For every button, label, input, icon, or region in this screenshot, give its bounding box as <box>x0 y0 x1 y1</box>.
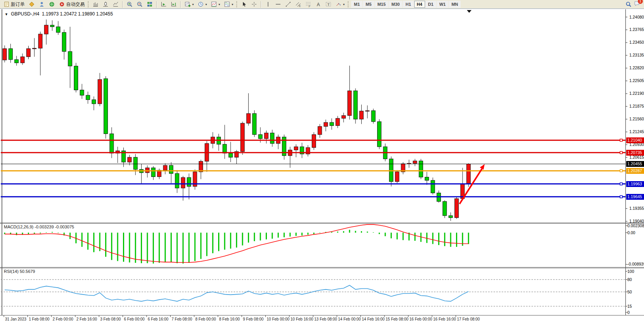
zoom-in-icon <box>126 1 133 7</box>
price-tick-label: 1.22190 <box>629 91 644 96</box>
bull-candle <box>294 147 298 150</box>
time-axis-label: 6 Feb 00:00 <box>124 317 145 321</box>
community-button[interactable] <box>37 0 47 8</box>
market-button[interactable] <box>27 0 37 8</box>
price-badge-1.19963: 1.19963 <box>626 181 644 187</box>
vertical-line-button[interactable] <box>263 0 273 8</box>
price-badge-1.21040: 1.21040 <box>626 137 644 143</box>
time-axis-label: 2 Feb 16:00 <box>77 317 97 321</box>
symbol-dropdown-icon[interactable]: ▼ <box>5 12 8 16</box>
timeframe-w1[interactable]: W1 <box>437 1 449 8</box>
macd-label: MACD(12,26,9) -0.003239 -0.003075 <box>4 225 74 229</box>
price-tick-label: 1.24080 <box>629 15 644 19</box>
bear-candle <box>187 178 191 187</box>
trendline-icon <box>285 1 291 7</box>
timeframe-m30[interactable]: M30 <box>389 1 402 8</box>
new-chart-icon <box>184 1 191 7</box>
time-axis-label: 2 Feb 00:00 <box>53 317 73 321</box>
arrows-button[interactable]: ▾ <box>333 0 347 8</box>
text-label-icon: T <box>325 1 331 7</box>
horizontal-line-button[interactable] <box>273 0 283 8</box>
price-tick-label: 1.21560 <box>629 117 644 121</box>
zoom-out-icon <box>137 1 143 7</box>
chart-shift-button[interactable] <box>169 0 179 8</box>
zoom-out-button[interactable] <box>135 0 145 8</box>
text-button[interactable]: A <box>313 0 323 8</box>
bull-candle <box>312 135 316 148</box>
price-badge-1.20287: 1.20287 <box>626 168 644 174</box>
bull-candle <box>318 127 322 135</box>
time-axis-label: 15 Feb 08:00 <box>386 317 408 321</box>
toolbar-separator <box>180 1 181 8</box>
bear-candle <box>270 133 274 143</box>
time-axis-label: 16 Feb 16:00 <box>433 317 456 321</box>
chat-button[interactable]: 1 <box>634 0 640 8</box>
auto-scroll-icon <box>161 1 167 7</box>
candle-chart-button[interactable] <box>101 0 111 8</box>
timeframe-group: M1M5M15M30H1H4D1W1MN <box>351 1 461 8</box>
bear-candle <box>62 33 66 51</box>
horizontal-line-icon <box>275 1 281 7</box>
indicators-button[interactable]: ▾ <box>209 0 222 8</box>
zoom-in-button[interactable] <box>125 0 135 8</box>
auto-scroll-button[interactable] <box>159 0 169 8</box>
tile-windows-button[interactable] <box>145 0 155 8</box>
timeframe-m15[interactable]: M15 <box>375 1 388 8</box>
price-tick-label: 1.21875 <box>629 104 644 108</box>
bull-candle <box>324 122 328 126</box>
fibonacci-button[interactable]: F <box>303 0 313 8</box>
price-tick-label: 1.22505 <box>629 78 644 83</box>
bar-chart-button[interactable] <box>91 0 101 8</box>
channel-button[interactable]: E <box>293 0 303 8</box>
autotrade-icon <box>59 1 65 7</box>
new-order-button[interactable]: 新订单 <box>2 0 27 8</box>
bull-candle <box>181 178 185 188</box>
bull-candle <box>128 157 132 162</box>
bull-candle <box>32 48 36 49</box>
bar-chart-icon <box>92 1 99 7</box>
bear-candle <box>378 122 381 147</box>
toolbar-separator <box>122 1 123 8</box>
search-icon[interactable] <box>625 1 632 7</box>
chart-stage: ▼ GBPUSD-,H4 1.19973 1.20472 1.19890 1.2… <box>0 0 644 324</box>
rsi-axis-label: 15 <box>627 304 632 309</box>
periods-button[interactable]: ▾ <box>196 0 209 8</box>
bear-candle <box>133 157 137 169</box>
text-label-button[interactable]: T <box>323 0 333 8</box>
mt4-terminal: ▼ GBPUSD-,H4 1.19973 1.20472 1.19890 1.2… <box>0 0 644 324</box>
timeframe-h4[interactable]: H4 <box>414 1 425 8</box>
price-chart-canvas[interactable] <box>0 0 644 324</box>
trendline-button[interactable] <box>283 0 293 8</box>
signals-button[interactable] <box>47 0 57 8</box>
bull-candle <box>366 111 369 111</box>
timeframe-h1[interactable]: H1 <box>403 1 413 8</box>
price-tick-label: 1.20615 <box>629 155 644 159</box>
templates-button[interactable]: ▾ <box>222 0 235 8</box>
bull-candle <box>20 57 24 63</box>
autotrade-button[interactable]: 自动交易 <box>57 0 87 8</box>
clock-icon <box>198 1 204 7</box>
time-axis-label: 31 Jan 2023 <box>5 317 26 321</box>
time-axis-label: 8 Feb 16:00 <box>219 317 240 321</box>
new-chart-button[interactable]: ▾ <box>183 0 196 8</box>
fibonacci-icon: F <box>305 1 311 7</box>
price-tick-label: 1.21245 <box>629 129 644 134</box>
time-axis-label: 16 Feb 00:00 <box>410 317 432 321</box>
timeframe-m5[interactable]: M5 <box>363 1 374 8</box>
bull-candle <box>342 115 345 118</box>
rsi-axis-label: 80 <box>627 277 632 282</box>
line-chart-button[interactable] <box>111 0 121 8</box>
tile-windows-icon <box>147 1 153 7</box>
bear-candle <box>169 165 173 173</box>
price-badge-1.19645: 1.19645 <box>626 194 644 200</box>
timeframe-mn[interactable]: MN <box>449 1 461 8</box>
bull-candle <box>241 123 244 151</box>
cursor-button[interactable] <box>239 0 249 8</box>
time-axis-label: 8 Feb 00:00 <box>195 317 216 321</box>
timeframe-d1[interactable]: D1 <box>425 1 436 8</box>
timeframe-m1[interactable]: M1 <box>351 1 362 8</box>
crosshair-button[interactable] <box>249 0 259 8</box>
hline-handle <box>620 183 622 185</box>
bear-candle <box>151 168 155 177</box>
bear-candle <box>229 153 232 157</box>
